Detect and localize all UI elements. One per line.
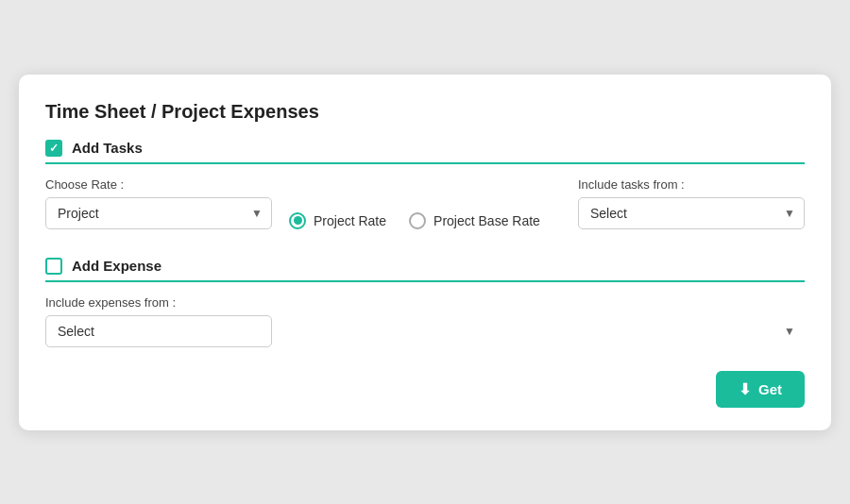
include-expenses-arrow-icon: ▼ [784, 325, 795, 338]
add-tasks-section: Add Tasks Choose Rate : Project Employee… [45, 140, 805, 229]
add-expense-label: Add Expense [72, 258, 162, 274]
add-expense-header: Add Expense [45, 258, 805, 282]
include-tasks-select[interactable]: Select All Assigned [578, 197, 805, 229]
add-expense-section: Add Expense Include expenses from : Sele… [45, 258, 805, 347]
choose-rate-group: Choose Rate : Project Employee Task ▼ [45, 177, 272, 229]
left-part: Choose Rate : Project Employee Task ▼ Pr… [45, 177, 540, 229]
project-rate-radio-item[interactable]: Project Rate [289, 212, 386, 229]
include-tasks-label: Include tasks from : [578, 177, 805, 192]
project-base-rate-radio-circle [409, 212, 426, 229]
spacer [45, 366, 805, 404]
include-expenses-select[interactable]: Select All Assigned [45, 315, 272, 347]
download-icon: ⬇ [739, 380, 751, 398]
add-expense-checkbox[interactable] [45, 258, 62, 275]
include-expenses-group: Include expenses from : Select All Assig… [45, 295, 805, 347]
choose-rate-select[interactable]: Project Employee Task [45, 197, 272, 229]
include-tasks-select-wrapper: Select All Assigned ▼ [578, 197, 805, 229]
get-button[interactable]: ⬇ Get [716, 371, 805, 408]
include-expenses-select-wrapper: Select All Assigned ▼ [45, 315, 805, 347]
get-button-label: Get [758, 381, 782, 397]
project-rate-label: Project Rate [314, 213, 386, 228]
include-expenses-label: Include expenses from : [45, 295, 805, 310]
page-title: Time Sheet / Project Expenses [45, 101, 805, 123]
main-card: Time Sheet / Project Expenses Add Tasks … [19, 75, 831, 430]
add-tasks-header: Add Tasks [45, 140, 805, 164]
project-base-rate-radio-item[interactable]: Project Base Rate [409, 212, 540, 229]
rate-type-radio-group: Project Rate Project Base Rate [289, 212, 540, 229]
include-tasks-group: Include tasks from : Select All Assigned… [578, 177, 805, 229]
add-tasks-checkbox[interactable] [45, 140, 62, 157]
project-base-rate-label: Project Base Rate [434, 213, 540, 228]
choose-rate-label: Choose Rate : [45, 177, 272, 192]
choose-rate-select-wrapper: Project Employee Task ▼ [45, 197, 272, 229]
tasks-form-row: Choose Rate : Project Employee Task ▼ Pr… [45, 177, 805, 229]
add-tasks-label: Add Tasks [72, 140, 143, 156]
project-rate-radio-circle [289, 212, 306, 229]
